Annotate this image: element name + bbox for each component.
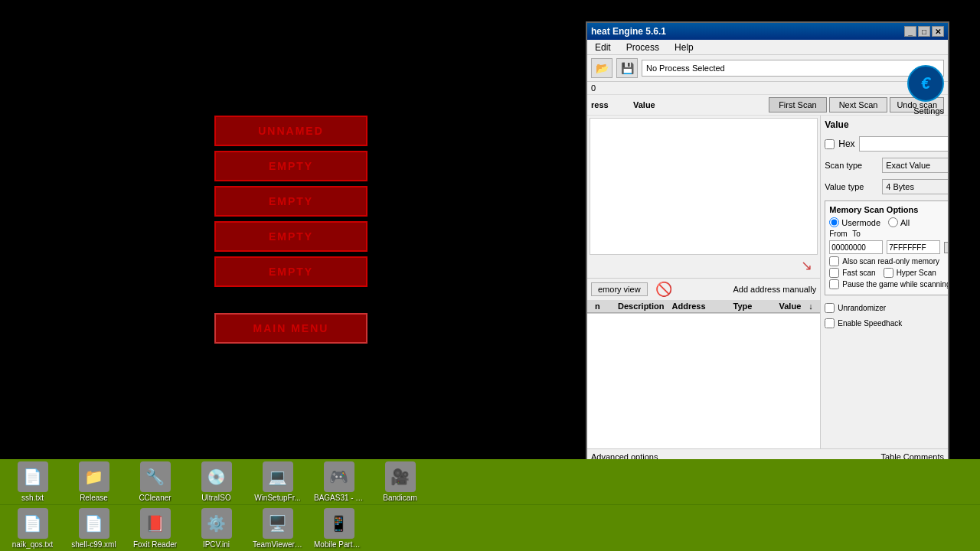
icon-image: 📁 bbox=[79, 461, 109, 492]
icon-label: UltraISO bbox=[201, 494, 230, 502]
settings-label[interactable]: Settings bbox=[913, 106, 944, 116]
hyperscan-option: Hyper Scan bbox=[884, 268, 936, 278]
hyperscan-checkbox[interactable] bbox=[884, 268, 893, 278]
game-slot-button[interactable]: EMPTY bbox=[214, 221, 368, 252]
process-selector[interactable]: No Process Selected bbox=[642, 60, 944, 77]
fastscan-option: Fast scan bbox=[829, 268, 875, 278]
speedhack-checkbox[interactable] bbox=[825, 318, 835, 328]
to-label: To bbox=[852, 230, 871, 238]
pausegame-checkbox[interactable] bbox=[829, 279, 839, 289]
minimize-button[interactable]: _ bbox=[904, 26, 916, 37]
game-slot-button[interactable]: EMPTY bbox=[214, 186, 368, 217]
taskbar-icon[interactable]: 🎥 Bandicam bbox=[375, 461, 425, 502]
taskbar-icon[interactable]: 🔧 CCleaner bbox=[130, 461, 180, 502]
taskbar-icon[interactable]: 📄 shell-c99.xml bbox=[69, 508, 119, 549]
game-slot-button[interactable]: UNNAMED bbox=[214, 116, 368, 146]
extra-options: Unrandomizer Enable Speedhack bbox=[825, 303, 948, 331]
value-input[interactable] bbox=[859, 136, 948, 152]
value-type-row: Value type 4 Bytes bbox=[825, 179, 948, 194]
to-address-input[interactable] bbox=[887, 240, 940, 254]
col-sort: ↓ bbox=[805, 302, 816, 311]
memory-view-button[interactable]: emory view bbox=[591, 282, 648, 296]
bottom-area: emory view 🚫 Add address manually bbox=[587, 278, 820, 300]
icon-label: Bandicam bbox=[383, 494, 416, 502]
close-button[interactable]: ✕ bbox=[932, 26, 944, 37]
arrow-icon: ↘ bbox=[801, 257, 812, 274]
unrandomizer-label: Unrandomizer bbox=[838, 304, 886, 312]
taskbar-icon[interactable]: 📄 ssh.txt bbox=[8, 461, 57, 502]
taskbar-icon[interactable]: 💻 WinSetupFr... bbox=[253, 461, 302, 502]
unrandomizer-checkbox[interactable] bbox=[825, 303, 835, 313]
icon-label: IPCV.ini bbox=[203, 540, 230, 549]
usermode-label: Usermode bbox=[841, 218, 880, 227]
value-section-label: Value bbox=[825, 119, 948, 130]
icon-label: TeamViewer 10 bbox=[253, 540, 302, 549]
memory-mode-row: Usermode All bbox=[829, 217, 948, 227]
hex-checkbox[interactable] bbox=[825, 139, 835, 149]
taskbar-icon[interactable]: 📁 Release bbox=[69, 461, 119, 502]
scan-type-select[interactable]: Exact Value bbox=[882, 158, 948, 173]
taskbar-icon[interactable]: 📕 Foxit Reader bbox=[130, 508, 180, 549]
col-address: Address bbox=[668, 302, 730, 311]
all-option[interactable]: All bbox=[888, 217, 910, 227]
pausegame-option: Pause the game while scanning bbox=[829, 279, 948, 289]
taskbar-icon[interactable]: 🖥️ TeamViewer 10 bbox=[253, 508, 302, 549]
icon-image: 🔧 bbox=[140, 461, 171, 492]
icon-image: 📄 bbox=[79, 508, 109, 539]
main-menu-button[interactable]: MAIN MENU bbox=[214, 313, 368, 344]
from-to-row: From To bbox=[829, 230, 948, 238]
icon-label: Foxit Reader bbox=[133, 540, 177, 549]
from-address-input[interactable] bbox=[829, 240, 883, 254]
menu-process[interactable]: Process bbox=[622, 42, 663, 53]
icon-image: 🎥 bbox=[385, 461, 416, 492]
taskbar: 📄 ssh.txt 📁 Release 🔧 CCleaner 💿 UltraIS… bbox=[0, 459, 980, 551]
taskbar-row1: 📄 ssh.txt 📁 Release 🔧 CCleaner 💿 UltraIS… bbox=[0, 459, 980, 505]
value-column-header: Value bbox=[633, 100, 766, 109]
speedhack-label: Enable Speedhack bbox=[838, 319, 902, 328]
icon-image: 💻 bbox=[263, 461, 293, 492]
ce-titlebar: heat Engine 5.6.1 _ □ ✕ bbox=[587, 23, 948, 40]
desktop: UNNAMEDEMPTYEMPTYEMPTYEMPTY MAIN MENU he… bbox=[0, 0, 980, 551]
taskbar-icon[interactable]: 🎮 BAGAS31 - Tiny Troop... bbox=[314, 461, 364, 502]
pausegame-label: Pause the game while scanning bbox=[842, 280, 948, 289]
address-range-row: Show bbox=[829, 240, 948, 254]
memory-scan-title: Memory Scan Options bbox=[829, 205, 948, 214]
scan-bar: ress Value First Scan Next Scan Undo sca… bbox=[587, 95, 948, 116]
menu-help[interactable]: Help bbox=[671, 42, 697, 53]
game-slot-button[interactable]: EMPTY bbox=[214, 256, 368, 287]
maximize-button[interactable]: □ bbox=[918, 26, 930, 37]
all-label: All bbox=[900, 218, 910, 227]
taskbar-icon[interactable]: 📄 naik_qos.txt bbox=[8, 508, 57, 549]
next-scan-button[interactable]: Next Scan bbox=[829, 97, 888, 112]
ce-toolbar: 📂 💾 No Process Selected € bbox=[587, 55, 948, 82]
first-scan-button[interactable]: First Scan bbox=[769, 97, 827, 112]
show-button[interactable]: Show bbox=[944, 242, 948, 253]
address-column-header: ress bbox=[591, 100, 629, 109]
usermode-option[interactable]: Usermode bbox=[829, 217, 880, 227]
col-n: n bbox=[591, 302, 614, 311]
fastscan-checkbox[interactable] bbox=[829, 268, 839, 278]
icon-image: 🎮 bbox=[324, 461, 354, 492]
taskbar-icon[interactable]: 💿 UltraISO bbox=[191, 461, 241, 502]
menu-edit[interactable]: Edit bbox=[591, 42, 615, 53]
taskbar-icon[interactable]: ⚙️ IPCV.ini bbox=[191, 508, 241, 549]
icon-image: 📕 bbox=[140, 508, 171, 539]
titlebar-buttons: _ □ ✕ bbox=[904, 26, 944, 37]
add-address-button[interactable]: Add address manually bbox=[733, 285, 816, 294]
taskbar-icon[interactable]: 📱 Mobile Partner bbox=[314, 508, 364, 549]
icon-image: 🖥️ bbox=[263, 508, 293, 539]
scan-type-row: Scan type Exact Value bbox=[825, 158, 948, 173]
memory-scan-options: Memory Scan Options Usermode All From bbox=[825, 201, 948, 295]
game-slot-button[interactable]: EMPTY bbox=[214, 151, 368, 181]
toolbar-open-btn[interactable]: 📂 bbox=[591, 58, 612, 78]
address-table-header: n Description Address Type Value ↓ bbox=[587, 300, 820, 313]
icon-label: CCleaner bbox=[139, 494, 171, 502]
readonly-checkbox[interactable] bbox=[829, 256, 839, 266]
value-type-select[interactable]: 4 Bytes bbox=[882, 179, 948, 194]
no-entry-icon: 🚫 bbox=[655, 281, 672, 298]
toolbar-save-btn[interactable]: 💾 bbox=[616, 58, 638, 78]
value-zero: 0 bbox=[591, 83, 596, 93]
unrandomizer-option: Unrandomizer bbox=[825, 303, 948, 313]
icon-image: 📄 bbox=[18, 508, 48, 539]
col-value: Value bbox=[776, 302, 805, 311]
